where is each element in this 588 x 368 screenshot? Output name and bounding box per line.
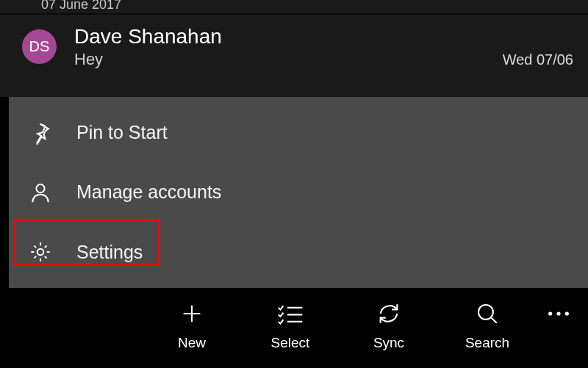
pin-icon xyxy=(25,121,56,145)
button-label: New xyxy=(178,335,206,351)
menu-item-pin-to-start[interactable]: Pin to Start xyxy=(9,111,588,155)
sender-name: Dave Shanahan xyxy=(74,25,222,48)
menu-item-label: Manage accounts xyxy=(76,181,221,203)
menu-item-manage-accounts[interactable]: Manage accounts xyxy=(9,170,588,214)
button-label: Sync xyxy=(373,335,404,351)
menu-item-label: Settings xyxy=(76,242,143,263)
gear-icon xyxy=(25,240,56,264)
more-button[interactable] xyxy=(537,297,581,323)
sync-button[interactable]: Sync xyxy=(340,297,438,351)
context-menu: Pin to Start Manage accounts Settings xyxy=(9,97,588,288)
message-timestamp: Wed 07/06 xyxy=(503,51,573,68)
menu-item-settings[interactable]: Settings xyxy=(9,230,588,274)
search-icon xyxy=(475,297,500,331)
message-item[interactable]: DS Dave Shanahan Hey Wed 07/06 xyxy=(0,15,588,97)
svg-point-3 xyxy=(548,311,552,315)
avatar: DS xyxy=(22,29,57,64)
menu-item-label: Pin to Start xyxy=(76,122,168,143)
svg-point-2 xyxy=(478,305,493,320)
svg-point-0 xyxy=(36,184,44,192)
button-label: Select xyxy=(271,335,310,351)
person-icon xyxy=(25,181,56,204)
svg-point-4 xyxy=(556,311,560,315)
message-subject: Hey xyxy=(74,50,103,69)
svg-point-1 xyxy=(37,249,44,256)
select-button[interactable]: Select xyxy=(241,297,340,351)
message-body: Dave Shanahan Hey Wed 07/06 xyxy=(74,25,573,97)
plus-icon xyxy=(179,297,204,331)
button-label: Search xyxy=(465,335,509,351)
bottom-bar: New Select Sync Search xyxy=(0,288,588,368)
sync-icon xyxy=(376,297,401,331)
more-icon xyxy=(546,307,571,323)
svg-point-5 xyxy=(565,311,569,315)
search-button[interactable]: Search xyxy=(438,297,537,351)
select-list-icon xyxy=(276,297,304,331)
date-header: 07 June 2017 xyxy=(0,0,588,15)
new-button[interactable]: New xyxy=(143,297,241,351)
